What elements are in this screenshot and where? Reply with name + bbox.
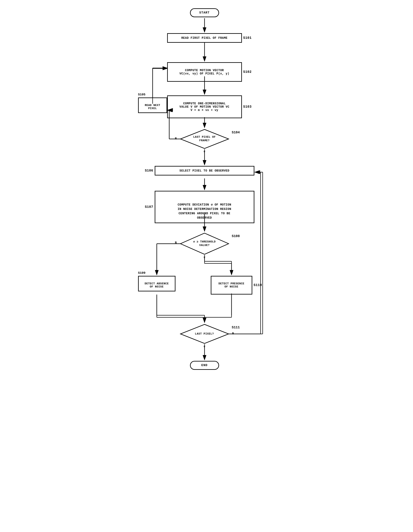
s108-label: S108 — [232, 234, 240, 238]
s102-text: COMPUTE MOTION VECTOR VC(vx, vy) OF PIXE… — [179, 69, 229, 75]
s104-text: LAST PIXEL OF FRAME? — [189, 135, 220, 142]
s101-node: READ FIRST PIXEL OF FRAME S101 — [167, 33, 242, 43]
s102-label: S102 — [243, 70, 251, 74]
s106-box: S106 SELECT PIXEL TO BE OBSERVED — [155, 166, 254, 175]
end-label: END — [201, 364, 207, 367]
s105-box: READ NEXT PIXEL — [138, 97, 167, 113]
s107-label-step: S107 — [145, 205, 153, 209]
s105-label: S105 — [138, 93, 146, 96]
s104-n-label: N — [175, 137, 177, 140]
s107-text: COMPUTE DEVIATION σ OF MOTION IN NOISE D… — [177, 203, 231, 219]
s103-text: COMPUTE ONE-DIMENSIONAL VALUE V OF MOTIO… — [179, 102, 229, 112]
s103-label: S103 — [243, 105, 251, 109]
s107-node: S107 COMPUTE DEVIATION σ OF MOTION IN NO… — [155, 191, 254, 223]
s111-y-label: Y — [204, 346, 205, 349]
s105-text: READ NEXT PIXEL — [145, 104, 160, 110]
s102-node: COMPUTE MOTION VECTOR VC(vx, vy) OF PIXE… — [167, 62, 242, 82]
s108-text: σ ≥ THRESHOLD VALUE? — [188, 240, 221, 247]
start-node: START — [184, 8, 225, 17]
s108-node: S108 N Y σ ≥ THRESHOLD VALUE? — [180, 232, 229, 255]
s101-text: READ FIRST PIXEL OF FRAME — [181, 36, 227, 40]
s106-node: S106 SELECT PIXEL TO BE OBSERVED — [155, 166, 254, 175]
s111-node: S111 N Y LAST PIXEL? — [180, 323, 229, 344]
s108-n-label: N — [175, 241, 177, 244]
fc-container: START READ FIRST PIXEL OF FRAME S101 COM… — [134, 4, 275, 398]
s110-node: DETECT PRESENCE OF NOISE S110 — [211, 276, 252, 294]
s106-text: SELECT PIXEL TO BE OBSERVED — [179, 169, 229, 172]
s104-node: S104 N Y LAST PIXEL OF FRAME? — [180, 129, 229, 149]
s111-label: S111 — [232, 326, 240, 329]
s103-node: COMPUTE ONE-DIMENSIONAL VALUE V OF MOTIO… — [167, 95, 242, 118]
s101-box: READ FIRST PIXEL OF FRAME S101 — [167, 33, 242, 43]
s110-box: DETECT PRESENCE OF NOISE S110 — [211, 276, 252, 294]
s104-y-label: Y — [204, 151, 205, 154]
end-node: END — [184, 361, 225, 370]
start-box: START — [190, 8, 219, 17]
s105-node: S105 READ NEXT PIXEL — [138, 97, 167, 113]
s109-box: DETECT ABSENCE OF NOISE — [138, 276, 176, 291]
start-label: START — [199, 11, 209, 15]
s108-y-label: Y — [204, 256, 205, 260]
s104-label: S104 — [232, 131, 240, 134]
s101-label: S101 — [243, 36, 251, 40]
s109-label: S109 — [138, 271, 146, 275]
s102-box: COMPUTE MOTION VECTOR VC(vx, vy) OF PIXE… — [167, 62, 242, 82]
s109-node: S109 DETECT ABSENCE OF NOISE — [138, 276, 176, 291]
s107-box: S107 COMPUTE DEVIATION σ OF MOTION IN NO… — [155, 191, 254, 223]
s109-text: DETECT ABSENCE OF NOISE — [145, 282, 169, 288]
s111-text: LAST PIXEL? — [190, 332, 219, 336]
s110-label: S110 — [254, 283, 262, 287]
end-box: END — [190, 361, 219, 370]
s110-text: DETECT PRESENCE OF NOISE — [218, 282, 244, 288]
s111-n-label: N — [232, 332, 234, 335]
s106-label-step: S106 — [145, 169, 153, 172]
s103-box: COMPUTE ONE-DIMENSIONAL VALUE V OF MOTIO… — [167, 95, 242, 118]
flowchart: START READ FIRST PIXEL OF FRAME S101 COM… — [134, 4, 279, 398]
